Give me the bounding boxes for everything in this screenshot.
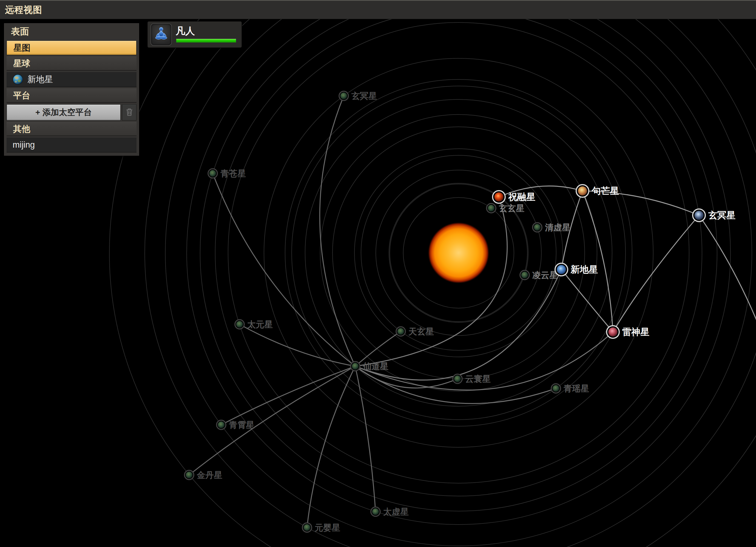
route-line — [320, 96, 355, 366]
planet-label: 天玄星 — [408, 327, 434, 336]
sidebar-header-platforms: 平台 — [7, 89, 137, 103]
planet-disc-icon — [454, 375, 461, 382]
add-space-platform-button[interactable]: + 添加太空平台 — [7, 104, 121, 121]
sidebar-item-planet[interactable]: 新地星 — [7, 72, 137, 87]
meditating-player-icon — [153, 26, 169, 43]
planet-label: 元婴星 — [314, 523, 340, 532]
planet-jumang[interactable]: 句芒星 — [576, 185, 619, 197]
planet-disc-icon — [304, 524, 310, 531]
planet-zhurong[interactable]: 祝融星 — [493, 191, 535, 203]
planet-taixu[interactable]: 太虚星 — [371, 507, 409, 517]
planet-disc-icon — [557, 265, 566, 274]
planet-qingcang[interactable]: 青苍星 — [208, 169, 246, 178]
planet-disc-icon — [372, 508, 379, 515]
planet-label: 玄冥星 — [708, 210, 735, 220]
route-line — [240, 324, 355, 366]
planet-qingyao[interactable]: 青瑶星 — [551, 384, 589, 393]
platform-actions-row: + 添加太空平台 — [7, 104, 137, 121]
planet-label: 金丹星 — [197, 470, 222, 480]
planet-disc-icon — [521, 272, 528, 278]
delete-platform-button[interactable] — [122, 104, 137, 121]
planet-disc-icon — [209, 170, 216, 177]
route-line — [355, 197, 507, 366]
sidebar-item-starmap[interactable]: 星图 — [7, 41, 137, 55]
planet-taiyuan[interactable]: 太元星 — [235, 320, 273, 329]
route-line — [355, 366, 376, 512]
planet-label: 云寰星 — [465, 374, 491, 384]
player-avatar-tile — [150, 23, 172, 46]
planet-label: 雷神星 — [622, 327, 649, 337]
player-health-fill — [176, 39, 236, 42]
planet-label: 玄玄星 — [499, 204, 524, 213]
player-health-bar — [176, 38, 237, 43]
planet-disc-icon — [534, 224, 541, 231]
planet-yuanying[interactable]: 元婴星 — [302, 523, 340, 532]
planet-disc-icon — [695, 211, 704, 220]
planet-xuanming-right[interactable]: 玄冥星 — [693, 209, 735, 222]
sun — [428, 222, 489, 283]
route-line — [355, 366, 556, 403]
planet-label: 祝融星 — [508, 192, 535, 202]
planet-label: 句芒星 — [591, 186, 619, 196]
route-line — [699, 215, 756, 348]
route-line — [307, 366, 355, 528]
planet-label: 新地星 — [570, 264, 598, 274]
trash-icon — [125, 107, 134, 118]
planet-label: 玄冥星 — [351, 91, 377, 101]
route-line — [613, 215, 699, 332]
planet-label: 凌云星 — [532, 271, 558, 280]
top-bar: 远程视图 — [0, 0, 756, 19]
surface-panel: 表面 星图 星球 新地星 平台 — [4, 23, 139, 156]
sidebar-planet-label: 新地星 — [27, 74, 53, 85]
planet-disc-icon — [236, 321, 243, 327]
planet-jindan[interactable]: 金丹星 — [184, 470, 222, 480]
route-line — [561, 270, 613, 332]
planet-tianxuan[interactable]: 天玄星 — [396, 327, 434, 336]
planet-leishen[interactable]: 雷神星 — [607, 326, 649, 338]
planet-label: 青苍星 — [220, 169, 246, 178]
planet-label: 青瑶星 — [564, 384, 589, 393]
planet-disc-icon — [488, 205, 494, 212]
planet-yunhuan[interactable]: 云寰星 — [453, 374, 491, 384]
planet-disc-icon — [494, 193, 504, 202]
planet-disc-icon — [340, 93, 347, 99]
planet-qingxu[interactable]: 清虚星 — [533, 223, 570, 232]
planet-xuanming-top[interactable]: 玄冥星 — [339, 91, 377, 101]
planet-qingxiao[interactable]: 青霄星 — [217, 420, 254, 430]
planet-label: 青霄星 — [229, 420, 254, 430]
planet-disc-icon — [186, 472, 192, 478]
planet-label: 太元星 — [247, 320, 273, 329]
sidebar-header-other: 其他 — [7, 122, 137, 136]
sidebar-header-planets: 星球 — [7, 56, 137, 71]
player-badge[interactable]: 凡人 — [147, 21, 242, 48]
planet-label: 仙道星 — [363, 361, 388, 371]
planet-xuanxuan[interactable]: 玄玄星 — [487, 204, 524, 213]
planet-lingyun[interactable]: 凌云星 — [520, 271, 558, 280]
planet-disc-icon — [397, 328, 404, 335]
planet-disc-icon — [609, 327, 618, 337]
player-name: 凡人 — [176, 26, 237, 36]
route-line — [189, 366, 355, 475]
surface-panel-title: 表面 — [7, 24, 137, 39]
earth-planet-icon — [13, 74, 23, 85]
planet-label: 清虚星 — [545, 223, 570, 232]
planet-disc-icon — [578, 187, 587, 196]
planet-disc-icon — [218, 421, 224, 428]
orbit-ring — [109, 0, 756, 547]
route-line — [582, 191, 613, 332]
planet-disc-icon — [553, 385, 559, 392]
planet-disc-icon — [352, 363, 359, 369]
window-title: 远程视图 — [5, 4, 42, 16]
planet-xindi[interactable]: 新地星 — [555, 263, 598, 276]
planet-label: 太虚星 — [383, 507, 409, 517]
sidebar-item-mijing[interactable]: mijing — [7, 138, 137, 153]
planet-xiandao[interactable]: 仙道星 — [351, 361, 388, 371]
